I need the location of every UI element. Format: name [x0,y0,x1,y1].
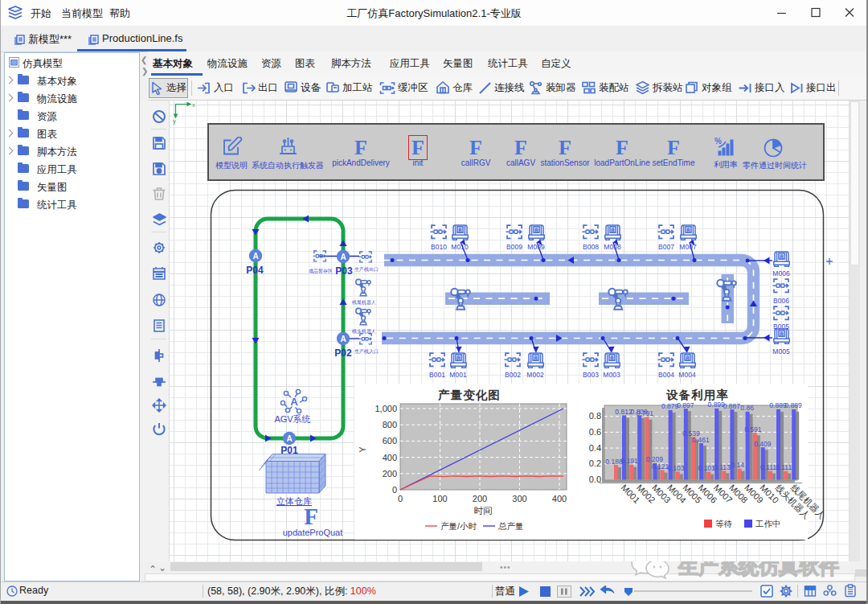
svg-text:0.0: 0.0 [589,475,601,484]
svg-text:M005: M005 [772,347,790,355]
svg-text:AGV系统: AGV系统 [274,414,310,424]
svg-text:B002: B002 [505,371,521,379]
svg-text:x: x [192,101,195,109]
svg-text:M007: M007 [679,243,697,251]
svg-text:M009: M009 [527,243,545,251]
svg-text:A: A [340,335,346,343]
svg-text:生产线出口: 生产线出口 [354,266,379,273]
svg-text:B003: B003 [583,371,599,379]
svg-text:B006: B006 [773,297,789,305]
svg-text:B004: B004 [658,371,674,379]
svg-text:B010: B010 [431,243,447,251]
svg-text:产量变化图: 产量变化图 [437,388,501,401]
svg-text:0.791: 0.791 [637,409,654,417]
svg-text:0.113: 0.113 [714,463,731,471]
svg-text:0.897: 0.897 [677,401,694,409]
svg-text:100: 100 [432,494,447,503]
svg-text:0.887: 0.887 [723,402,741,410]
svg-text:时间: 时间 [474,506,493,516]
svg-text:A: A [290,396,298,408]
svg-text:总产量: 总产量 [497,521,524,531]
svg-text:0.191: 0.191 [621,457,639,465]
svg-text:A: A [340,253,346,261]
svg-text:0.86: 0.86 [740,404,754,412]
svg-text:M008: M008 [604,243,621,251]
svg-text:300: 300 [512,494,526,503]
svg-text:产量/小时: 产量/小时 [440,521,477,531]
svg-text:M001: M001 [449,371,467,379]
svg-text:P04: P04 [246,265,264,276]
svg-text:0.461: 0.461 [692,436,710,444]
svg-text:M010: M010 [451,243,469,251]
svg-text:Y: Y [358,446,367,453]
svg-text:成品暂存区: 成品暂存区 [309,268,333,274]
svg-text:线尾机器人: 线尾机器人 [352,300,376,306]
svg-text:0.111: 0.111 [760,463,776,471]
svg-text:设备利用率: 设备利用率 [665,388,729,401]
svg-text:0.889: 0.889 [785,401,803,409]
svg-text:400: 400 [552,494,567,503]
svg-text:0.111: 0.111 [776,463,792,471]
svg-text:0.6: 0.6 [589,427,601,437]
svg-text:updateProQuat: updateProQuat [283,528,343,537]
svg-text:工作中: 工作中 [755,519,781,528]
svg-text:M006: M006 [772,269,790,277]
svg-text:0.409: 0.409 [754,440,772,448]
svg-text:B007: B007 [658,243,674,251]
svg-text:A: A [286,434,292,443]
svg-text:0: 0 [392,485,397,495]
svg-text:M004: M004 [678,371,696,379]
svg-text:B008: B008 [583,243,599,251]
svg-text:A: A [252,252,258,261]
svg-text:F: F [304,503,318,529]
svg-text:线头机器人: 线头机器人 [352,329,376,335]
svg-text:y: y [173,117,176,125]
svg-text:0.14: 0.14 [731,461,744,469]
svg-text:B009: B009 [506,243,522,251]
svg-text:200: 200 [473,494,487,503]
svg-text:M002: M002 [526,371,544,379]
svg-text:0.103: 0.103 [667,464,685,472]
svg-text:0.2: 0.2 [589,458,601,468]
svg-text:800: 800 [383,420,397,429]
svg-text:0: 0 [398,494,403,503]
svg-text:生产线入口: 生产线入口 [354,348,379,355]
svg-text:B001: B001 [429,371,445,379]
svg-text:0.101: 0.101 [698,464,716,472]
svg-text:200: 200 [383,469,397,479]
svg-text:M003: M003 [603,371,620,379]
svg-text:等待: 等待 [715,519,733,528]
svg-text:B005: B005 [773,323,789,331]
svg-text:P03: P03 [335,265,353,277]
svg-text:0.4: 0.4 [589,443,601,453]
svg-text:P02: P02 [334,347,352,359]
svg-text:600: 600 [383,436,397,446]
svg-text:%: % [714,137,722,146]
svg-text:1,000: 1,000 [375,404,397,413]
svg-text:400: 400 [383,453,397,462]
svg-text:0.591: 0.591 [744,425,762,433]
svg-text:0.8: 0.8 [589,411,601,421]
